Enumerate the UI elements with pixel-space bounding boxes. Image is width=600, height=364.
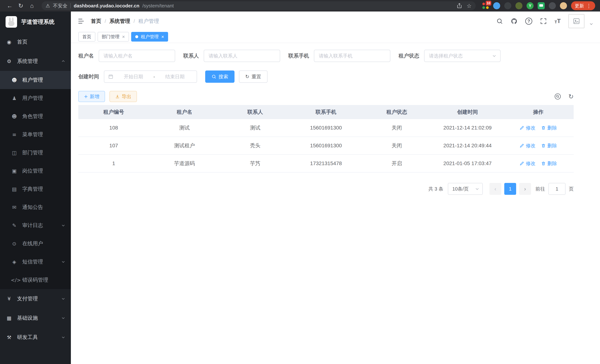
breadcrumb-home[interactable]: 首页 (91, 18, 101, 25)
extension-dark-icon[interactable] (504, 2, 511, 9)
back-icon[interactable]: ← (5, 1, 14, 10)
help-icon[interactable]: ? (525, 18, 532, 25)
pencil-icon (519, 143, 524, 148)
yen-icon: ¥ (6, 296, 13, 302)
sidebar-item-payment[interactable]: ¥ 支付管理 (0, 289, 71, 308)
sidebar-item-system[interactable]: ⚙ 系统管理 (0, 52, 71, 71)
contact-input[interactable] (204, 50, 280, 62)
sidebar-item-dict[interactable]: ▤ 字典管理 (0, 180, 71, 198)
delete-link[interactable]: 删除 (541, 142, 557, 149)
close-icon[interactable]: × (122, 34, 125, 39)
infra-icon: ▦ (6, 315, 13, 321)
close-icon[interactable]: × (161, 34, 164, 39)
toggle-search-icon[interactable] (554, 93, 561, 100)
status-text: 关闭 (361, 142, 432, 149)
sidebar-item-notice[interactable]: ✉ 通知公告 (0, 198, 71, 216)
tab-home[interactable]: 首页 (78, 32, 95, 42)
font-size-icon[interactable]: TT (554, 18, 561, 25)
sidebar-item-dept[interactable]: ◫ 部门管理 (0, 144, 71, 162)
app-logo[interactable]: 芋道管理系统 (0, 11, 71, 32)
sidebar-item-user[interactable]: ♟ 用户管理 (0, 89, 71, 107)
extension-badge: 10 (486, 1, 491, 6)
online-icon: ⊙ (11, 241, 18, 247)
export-button[interactable]: 导出 (110, 91, 137, 102)
logo-image (6, 16, 17, 28)
chevron-down-icon (61, 223, 65, 227)
sidebar-item-error-code[interactable]: </> 错误码管理 (0, 271, 71, 289)
extension-green-icon[interactable]: Y (526, 2, 534, 9)
phone-input[interactable] (314, 50, 390, 62)
browser-menu-icon[interactable]: ⋮ (586, 3, 591, 9)
page-content: 租户名 联系人 联系手机 租户状态 请选择租户状态 (71, 43, 600, 364)
date-start-placeholder: 开始日期 (115, 74, 151, 80)
sidebar-item-infra[interactable]: ▦ 基础设施 (0, 308, 71, 328)
collapse-menu-icon[interactable] (77, 18, 84, 25)
extension-blue-icon[interactable] (493, 2, 500, 9)
tenant-name-label: 租户名 (78, 52, 94, 59)
page-size-select[interactable]: 10条/页 (448, 183, 483, 195)
security-label: 不安全 (53, 3, 67, 9)
github-icon[interactable] (511, 18, 517, 25)
extensions-puzzle-icon[interactable] (549, 2, 556, 9)
edit-link[interactable]: 修改 (519, 160, 535, 167)
chevron-down-icon (61, 260, 65, 264)
chevron-down-icon (492, 54, 497, 58)
add-button[interactable]: + 新增 (78, 91, 105, 102)
prev-page-button[interactable]: ‹ (489, 183, 501, 195)
delete-link[interactable]: 删除 (541, 125, 557, 131)
home-icon[interactable]: ⌂ (27, 1, 37, 10)
tab-tenant[interactable]: 租户管理 × (131, 32, 168, 42)
sidebar-item-home[interactable]: ◉ 首页 (0, 32, 71, 52)
user-icon: ♟ (11, 95, 18, 101)
chevron-down-icon[interactable] (589, 22, 593, 26)
sidebar-item-devtools[interactable]: ⚒ 研发工具 (0, 328, 71, 347)
create-time-label: 创建时间 (78, 73, 99, 80)
search-icon[interactable] (496, 18, 503, 25)
avatar[interactable] (568, 14, 584, 28)
contact-label: 联系人 (183, 52, 199, 59)
chevron-down-icon (475, 187, 479, 191)
sidebar-item-post[interactable]: ▣ 岗位管理 (0, 162, 71, 180)
sidebar-item-tenant[interactable]: ☻ 租户管理 (0, 71, 71, 89)
extension-dots-icon[interactable]: 10 (482, 2, 489, 9)
edit-link[interactable]: 修改 (519, 142, 535, 149)
status-select[interactable]: 请选择租户状态 (424, 50, 501, 62)
delete-link[interactable]: 删除 (541, 160, 557, 167)
next-page-button[interactable]: › (519, 183, 531, 195)
sidebar-item-sms[interactable]: ◈ 短信管理 (0, 253, 71, 271)
pencil-icon (519, 125, 524, 130)
refresh-icon: ↻ (245, 74, 249, 79)
sidebar-item-role[interactable]: ☻ 角色管理 (0, 107, 71, 125)
reset-button[interactable]: ↻ 重置 (239, 71, 268, 83)
reload-icon[interactable]: ↻ (16, 1, 26, 10)
tab-dept[interactable]: 部门管理 × (98, 32, 129, 42)
calendar-icon (108, 74, 113, 79)
extension-olive-icon[interactable] (516, 2, 523, 9)
fullscreen-icon[interactable] (540, 18, 547, 25)
status-label: 租户状态 (399, 52, 419, 59)
edit-link[interactable]: 修改 (519, 125, 535, 131)
address-bar[interactable]: ⚠ 不安全 dashboard.yudao.iocoder.cn /system… (42, 1, 476, 10)
total-count: 共 3 条 (428, 186, 443, 192)
extension-chat-icon[interactable] (538, 2, 545, 9)
page-unit-label: 页 (569, 186, 574, 192)
sidebar-item-online-users[interactable]: ⊙ 在线用户 (0, 234, 71, 253)
sidebar-item-menu[interactable]: ≡ 菜单管理 (0, 125, 71, 144)
browser-update-button[interactable]: 更新 ⋮ (571, 1, 595, 10)
code-icon: </> (11, 277, 18, 283)
search-button[interactable]: 搜索 (205, 71, 234, 83)
breadcrumb-system[interactable]: 系统管理 (110, 18, 130, 25)
date-range-picker[interactable]: 开始日期 - 结束日期 (104, 71, 197, 83)
share-icon[interactable] (457, 3, 462, 9)
tenant-name-input[interactable] (99, 50, 175, 62)
refresh-icon[interactable]: ↻ (568, 93, 574, 100)
goto-page-input[interactable] (548, 183, 565, 195)
sidebar: 芋道管理系统 ◉ 首页 ⚙ 系统管理 ☻ 租户管理 ♟ 用户管理 (0, 11, 71, 364)
bookmark-star-icon[interactable]: ☆ (467, 3, 472, 9)
page-number-active[interactable]: 1 (504, 183, 516, 195)
badge-icon: ▣ (11, 168, 18, 174)
table-header: 租户编号 租户名 联系人 联系手机 租户状态 创建时间 操作 (78, 105, 574, 119)
table-row: 108 测试 测试 15601691300 关闭 2021-12-14 21:0… (78, 119, 574, 137)
sidebar-item-audit-log[interactable]: ✎ 审计日志 (0, 216, 71, 234)
browser-profile-avatar[interactable] (560, 2, 567, 9)
